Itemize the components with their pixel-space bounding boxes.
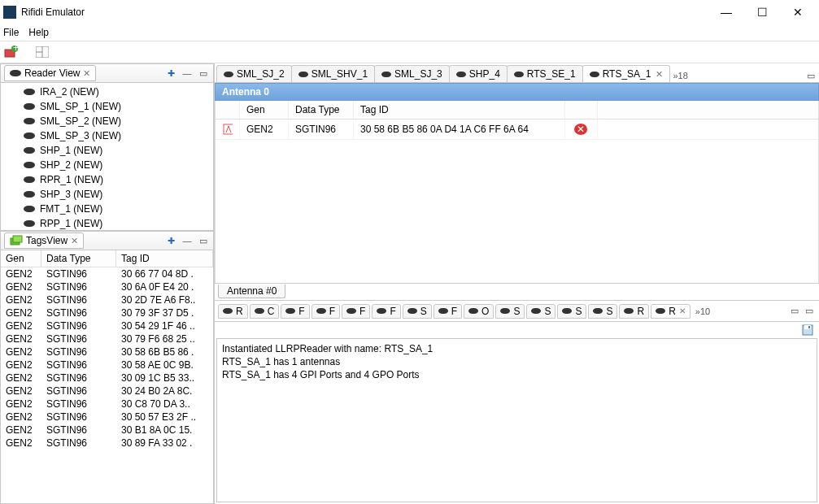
table-row[interactable]: GEN2SGTIN9630 79 F6 68 25 ..	[1, 332, 213, 345]
table-row[interactable]: GEN2SGTIN9630 50 57 E3 2F ..	[1, 411, 213, 424]
reader-item[interactable]: SHP_1 (NEW)	[1, 143, 213, 158]
port-tab[interactable]: F	[372, 304, 400, 319]
toolbar: +	[0, 41, 819, 63]
add-icon[interactable]: ✚	[164, 67, 177, 80]
table-row[interactable]: GEN2SGTIN9630 C8 70 DA 3..	[1, 398, 213, 411]
port-tab[interactable]: C	[250, 304, 280, 319]
port-tab-label: S	[606, 306, 612, 317]
minimize-icon[interactable]: ▭	[788, 305, 801, 318]
col-datatype[interactable]: Data Type	[289, 101, 354, 119]
port-tab[interactable]: F	[433, 304, 462, 319]
port-tab[interactable]: R	[218, 304, 248, 319]
editor-tab[interactable]: RTS_SA_1✕	[582, 65, 671, 82]
console-line: Instantiated LLRPReader with name: RTS_S…	[222, 342, 812, 355]
minimize-icon[interactable]: ▭	[197, 234, 210, 247]
col-tagid[interactable]: Tag ID	[354, 101, 565, 119]
table-row[interactable]: GEN2SGTIN9630 54 29 1F 46 ..	[1, 319, 213, 332]
reader-item[interactable]: SML_SP_2 (NEW)	[1, 114, 213, 128]
reader-item[interactable]: SHP_2 (NEW)	[1, 158, 213, 172]
reader-item[interactable]: SHP_3 (NEW)	[1, 187, 213, 202]
reader-item[interactable]: RPR_1 (NEW)	[1, 172, 213, 187]
reader-view-header: Reader View ✕ ✚ — ▭	[0, 63, 214, 83]
port-tab[interactable]: S	[403, 304, 432, 319]
table-row[interactable]: GEN2SGTIN9630 24 B0 2A 8C.	[1, 385, 213, 398]
editor-tab[interactable]: SML_SJ_3	[374, 65, 450, 82]
port-tab[interactable]: O	[464, 304, 494, 319]
table-row[interactable]: GEN2SGTIN9630 09 1C B5 33..	[1, 371, 213, 385]
minimize-button[interactable]: —	[708, 1, 744, 24]
antenna-table[interactable]: Gen Data Type Tag ID GEN2SGTIN9630 58 6B…	[215, 101, 819, 283]
editor-tab[interactable]: SML_SJ_2	[216, 65, 292, 82]
window-title: Rifidi Emulator	[21, 7, 708, 18]
port-tab[interactable]: F	[281, 304, 309, 319]
reader-item[interactable]: FMT_1 (NEW)	[1, 202, 213, 216]
reader-item[interactable]: IRA_2 (NEW)	[1, 85, 213, 99]
close-icon[interactable]: ✕	[679, 306, 686, 315]
delete-icon[interactable]: ✕	[574, 124, 588, 135]
tab-overflow[interactable]: »10	[692, 305, 713, 318]
minimize-icon[interactable]: ▭	[197, 67, 210, 80]
maximize-button[interactable]: ☐	[744, 1, 780, 24]
table-row[interactable]: GEN2SGTIN9630 58 6B B5 86 .	[1, 345, 213, 358]
reader-item[interactable]: RPP_1 (NEW)	[1, 216, 213, 231]
port-tab[interactable]: R ✕	[651, 304, 690, 319]
port-tab[interactable]: S	[557, 304, 586, 319]
add-tag-icon[interactable]: ✚	[164, 234, 177, 247]
port-tabs: RCFFFFSFOSSSSRR ✕»10▭▭	[215, 301, 819, 322]
port-tab[interactable]: S	[588, 304, 617, 319]
antenna-tab[interactable]: Antenna #0	[218, 285, 285, 298]
close-button[interactable]: ✕	[780, 1, 816, 24]
reader-icon	[255, 308, 264, 314]
close-icon[interactable]: ✕	[71, 236, 78, 246]
port-tab-label: R	[637, 306, 644, 317]
remove-icon[interactable]: —	[181, 234, 194, 247]
port-tab[interactable]: S	[495, 304, 525, 319]
reader-list[interactable]: IRA_2 (NEW)SML_SP_1 (NEW)SML_SP_2 (NEW)S…	[0, 83, 214, 231]
console-line: RTS_SA_1 has 1 antennas	[222, 355, 812, 368]
close-icon[interactable]: ✕	[656, 69, 663, 80]
editor-tab[interactable]: SHP_4	[449, 65, 508, 82]
editor-tabs: SML_SJ_2SML_SHV_1SML_SJ_3SHP_4RTS_SE_1RT…	[215, 63, 819, 83]
port-tab[interactable]: F	[311, 304, 340, 319]
port-tab-label: C	[268, 306, 275, 317]
reader-icon	[24, 103, 35, 110]
table-row[interactable]: GEN2SGTIN9630 6A 0F E4 20 .	[1, 280, 213, 293]
reader-icon	[468, 308, 478, 314]
menu-help[interactable]: Help	[28, 27, 49, 38]
col-gen[interactable]: Gen	[240, 101, 289, 119]
reader-item[interactable]: SML_SP_3 (NEW)	[1, 128, 213, 143]
close-icon[interactable]: ✕	[83, 68, 90, 79]
reader-icon	[381, 72, 391, 77]
remove-icon[interactable]: —	[181, 67, 194, 80]
new-reader-icon[interactable]: +	[3, 44, 20, 60]
tags-table[interactable]: Gen Data Type Tag ID GEN2SGTIN9630 66 77…	[0, 250, 214, 504]
antenna-header: Antenna 0	[215, 83, 819, 101]
table-row[interactable]: GEN2SGTIN9630 66 77 04 8D .	[1, 267, 213, 280]
port-tab[interactable]: R	[619, 304, 649, 319]
port-tab[interactable]: S	[526, 304, 555, 319]
editor-tab[interactable]: RTS_SE_1	[507, 65, 583, 82]
console[interactable]: Instantiated LLRPReader with name: RTS_S…	[216, 338, 817, 502]
port-tab-label: S	[544, 306, 551, 317]
col-datatype[interactable]: Data Type	[41, 250, 116, 267]
save-icon[interactable]	[801, 324, 814, 337]
port-tab[interactable]: F	[342, 304, 370, 319]
reader-item-label: RPR_1 (NEW)	[40, 174, 103, 185]
col-tagid[interactable]: Tag ID	[116, 250, 213, 267]
maximize-icon[interactable]: ▭	[803, 305, 816, 318]
reader-item[interactable]: SML_SP_1 (NEW)	[1, 99, 213, 114]
tab-overflow[interactable]: »18	[669, 69, 690, 82]
port-tab-label: F	[359, 306, 365, 317]
editor-tab[interactable]: SML_SHV_1	[291, 65, 375, 82]
minimize-icon[interactable]: ▭	[804, 69, 817, 82]
table-row[interactable]: GEN2SGTIN9630 79 3F 37 D5 .	[1, 306, 213, 319]
antenna-row[interactable]: GEN2SGTIN9630 58 6B B5 86 0A D4 1A C6 FF…	[216, 119, 818, 140]
table-row[interactable]: GEN2SGTIN9630 58 AE 0C 9B.	[1, 358, 213, 371]
menu-file[interactable]: File	[3, 27, 19, 38]
layout-icon[interactable]	[34, 44, 50, 60]
table-row[interactable]: GEN2SGTIN9630 2D 7E A6 F8..	[1, 293, 213, 306]
col-gen[interactable]: Gen	[1, 250, 41, 267]
port-tab-label: S	[575, 306, 582, 317]
table-row[interactable]: GEN2SGTIN9630 B1 8A 0C 15.	[1, 424, 213, 437]
table-row[interactable]: GEN2SGTIN9630 89 FA 33 02 .	[1, 437, 213, 450]
